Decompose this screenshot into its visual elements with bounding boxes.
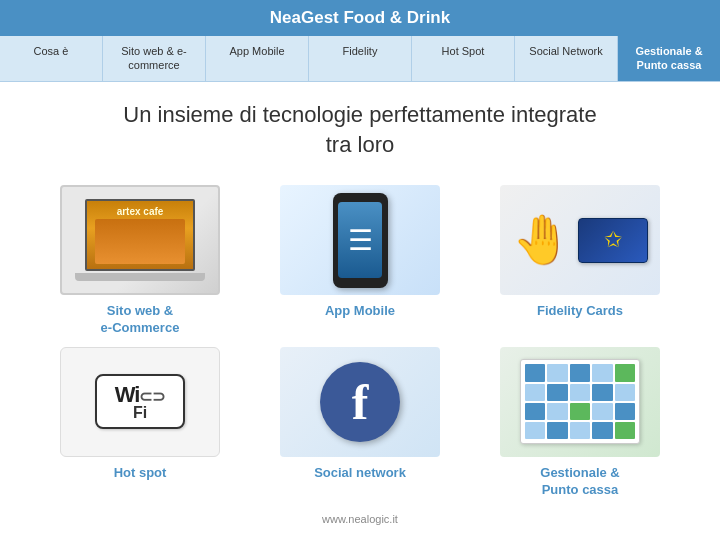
label-app-mobile: App Mobile — [325, 303, 395, 320]
grid-item-fidelity: 🤚 ✩ Fidelity Cards — [480, 185, 680, 337]
img-gestionale — [500, 347, 660, 457]
tagline-line1: Un insieme di tecnologie perfettamente i… — [123, 102, 596, 127]
grid-item-hot-spot: Wi ⊂⊃ Fi Hot spot — [40, 347, 240, 499]
footer-url: www.nealogic.it — [322, 513, 398, 525]
nav-item-hot-spot[interactable]: Hot Spot — [412, 36, 515, 81]
img-hot-spot: Wi ⊂⊃ Fi — [60, 347, 220, 457]
nav-item-gestionale[interactable]: Gestionale & Punto cassa — [618, 36, 720, 81]
nav-item-fidelity[interactable]: Fidelity — [309, 36, 412, 81]
nav-item-social-network[interactable]: Social Network — [515, 36, 618, 81]
main-content: Un insieme di tecnologie perfettamente i… — [0, 82, 720, 535]
nav-item-sito-web[interactable]: Sito web & e-commerce — [103, 36, 206, 81]
feature-grid: artex cafe Sito web &e-Commerce ☰ App Mo… — [40, 185, 680, 499]
tagline: Un insieme di tecnologie perfettamente i… — [30, 100, 690, 162]
tagline-line2: tra loro — [326, 132, 394, 157]
grid-item-gestionale: Gestionale &Punto cassa — [480, 347, 680, 499]
footer: www.nealogic.it — [30, 513, 690, 525]
navbar: Cosa èSito web & e-commerceApp MobileFid… — [0, 36, 720, 82]
img-app-mobile: ☰ — [280, 185, 440, 295]
header: NeaGest Food & Drink — [0, 0, 720, 36]
img-social-network: f — [280, 347, 440, 457]
grid-item-app-mobile: ☰ App Mobile — [260, 185, 460, 337]
label-gestionale: Gestionale &Punto cassa — [540, 465, 619, 499]
img-sito-web: artex cafe — [60, 185, 220, 295]
img-fidelity: 🤚 ✩ — [500, 185, 660, 295]
label-social-network: Social network — [314, 465, 406, 482]
label-sito-web: Sito web &e-Commerce — [101, 303, 180, 337]
nav-item-app-mobile[interactable]: App Mobile — [206, 36, 309, 81]
grid-item-social-network: f Social network — [260, 347, 460, 499]
header-title: NeaGest Food & Drink — [270, 8, 450, 27]
grid-item-sito-web: artex cafe Sito web &e-Commerce — [40, 185, 240, 337]
label-fidelity: Fidelity Cards — [537, 303, 623, 320]
label-hot-spot: Hot spot — [114, 465, 167, 482]
nav-item-cosa-e[interactable]: Cosa è — [0, 36, 103, 81]
